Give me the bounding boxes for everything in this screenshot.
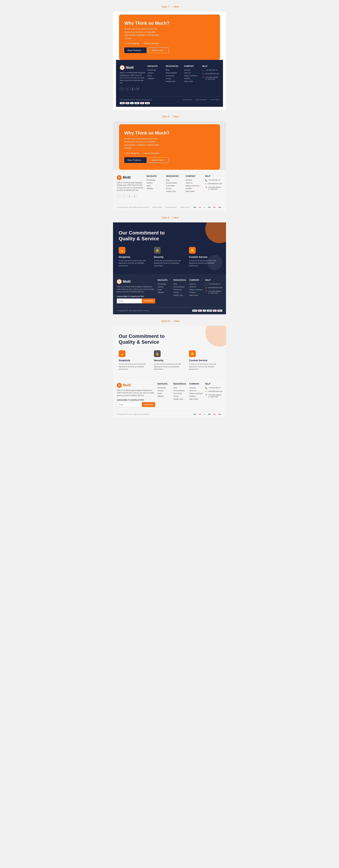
address-10: 49 Uniqe Square D, New York,: [209, 394, 222, 398]
nav-affiliates-8[interactable]: Affiliates: [147, 188, 164, 189]
res-design-10[interactable]: Design Case: [174, 398, 187, 400]
style10-section: Style 10 – New Our Commitment to Quality…: [113, 314, 226, 418]
privacy-link-8[interactable]: Privacy Policy: [152, 207, 162, 208]
social-facebook-8[interactable]: f: [117, 194, 121, 198]
res-docs-10[interactable]: Documentation: [174, 390, 187, 392]
nav-news-9[interactable]: News: [157, 289, 171, 290]
res-docs-7[interactable]: Documentation: [166, 72, 182, 74]
res-community-10[interactable]: Community: [174, 393, 187, 394]
res-design-7[interactable]: Design Case: [166, 81, 182, 82]
res-community-9[interactable]: Community: [174, 289, 187, 290]
payment-visa-10: VISA: [192, 413, 197, 415]
co-about-7[interactable]: About Us: [184, 72, 200, 74]
newsletter-input-9[interactable]: [117, 299, 142, 303]
company-title-7: COMPANY: [184, 65, 200, 67]
social-linkedin-7[interactable]: in: [135, 87, 140, 91]
co-happy-7[interactable]: Happy Customers: [184, 75, 200, 76]
res-community-8[interactable]: Community: [166, 185, 183, 187]
nav-news-10[interactable]: News: [157, 393, 171, 394]
custom-service-icon-9: ⭐: [189, 247, 196, 254]
nav-careers-10[interactable]: Careers: [157, 390, 171, 392]
security-icon-9: 🔒: [154, 247, 161, 254]
co-happy-8[interactable]: Happy Customers: [186, 185, 203, 187]
location-icon-7: 📍: [202, 76, 204, 79]
hero-title-7: Why Think so Much?: [124, 21, 170, 26]
social-linkedin-8[interactable]: in: [132, 194, 137, 198]
nav-homepage-8[interactable]: HomePage: [147, 179, 164, 181]
terms-link-7[interactable]: Terms of Service: [195, 99, 207, 100]
social-twitter-8[interactable]: t: [122, 194, 126, 198]
social-facebook-7[interactable]: f: [120, 87, 124, 91]
nav-careers-9[interactable]: Careers: [157, 286, 171, 288]
co-portfolio-7[interactable]: Portfolio: [184, 78, 200, 80]
nav-affiliates-9[interactable]: Affiliates: [157, 291, 171, 293]
nav-news-8[interactable]: News: [147, 185, 164, 187]
res-docs-9[interactable]: Documentation: [174, 286, 187, 288]
nav-news-7[interactable]: News: [148, 75, 163, 76]
nav-affiliates-10[interactable]: Affiliates: [157, 395, 171, 397]
privacy-link-7[interactable]: Privacy Policy: [183, 99, 192, 100]
co-services-7[interactable]: Services: [184, 69, 200, 71]
res-blog-9[interactable]: Blog: [174, 283, 187, 285]
co-happy-9[interactable]: Happy Customers: [189, 289, 203, 290]
co-about-9[interactable]: About Us: [189, 286, 203, 288]
newsletter-label-10: SUBSCRIBE TO NEWSLETTER: [117, 399, 155, 401]
payment-visa3-10: VISA: [217, 413, 222, 415]
co-portfolio-8[interactable]: Portfolio: [186, 188, 203, 189]
new-arrivals-btn-7[interactable]: New Arrivals →: [148, 48, 169, 53]
terms-link-8[interactable]: Terms of Service: [165, 207, 177, 208]
payment-mc-9: MC: [198, 310, 202, 312]
co-services-8[interactable]: Services: [186, 179, 203, 181]
phone-9: +49 892 358 75: [209, 283, 220, 285]
co-help-7[interactable]: Help Center: [184, 81, 200, 82]
res-blog-8[interactable]: Blog: [166, 179, 183, 181]
social-google-7[interactable]: g: [130, 87, 134, 91]
security-desc-9: At vero eos et accusamus iusto odio dign…: [154, 259, 185, 267]
security-title-10: Security: [154, 359, 185, 362]
help-title-7: HELP: [202, 65, 219, 67]
style7-badge: – New: [172, 5, 179, 8]
nav-affiliates-7[interactable]: Affiliates: [148, 78, 163, 80]
payment-visa-9: VISA: [192, 310, 197, 312]
hero-banner-8: Why Think so Much? At vero eos et accusa…: [119, 124, 220, 170]
co-portfolio-9[interactable]: Portfolio: [189, 291, 203, 293]
newsletter-btn-10[interactable]: SUBSCRIBE: [142, 402, 155, 407]
payment-visa2-8: VISA: [207, 206, 212, 208]
nav-homepage-10[interactable]: HomePage: [157, 387, 171, 389]
nav-careers-7[interactable]: Careers: [148, 72, 163, 74]
cookie-link-8[interactable]: Cookie Policy: [180, 207, 189, 208]
co-help-8[interactable]: Help Center: [186, 190, 203, 192]
nav-homepage-9[interactable]: HomePage: [157, 283, 171, 285]
co-help-9[interactable]: Help Center: [189, 294, 203, 296]
co-portfolio-10[interactable]: Portfolio: [189, 395, 203, 397]
nav-careers-8[interactable]: Careers: [147, 182, 164, 184]
res-docs-8[interactable]: Documentation: [166, 182, 183, 184]
res-pricing-8[interactable]: Pricing: [166, 188, 183, 189]
shop-products-btn-8[interactable]: Shop Products →: [124, 157, 147, 163]
co-services-10[interactable]: Services: [189, 387, 203, 389]
co-help-10[interactable]: Help Center: [189, 398, 203, 400]
co-about-10[interactable]: About Us: [189, 390, 203, 392]
payment-visa3-8: VISA: [217, 206, 222, 208]
newsletter-input-10[interactable]: [117, 402, 142, 407]
res-design-9[interactable]: Design Case: [174, 294, 187, 296]
res-blog-10[interactable]: Blog: [174, 387, 187, 389]
cookie-link-7[interactable]: Cookie Policy: [210, 99, 219, 100]
res-community-7[interactable]: Community: [166, 75, 182, 76]
social-google-8[interactable]: g: [127, 194, 131, 198]
new-arrivals-btn-8[interactable]: New Arrivals →: [148, 157, 169, 163]
res-pricing-7[interactable]: Pricing: [166, 78, 182, 80]
newsletter-btn-9[interactable]: SUBSCRIBE: [142, 299, 155, 303]
co-about-8[interactable]: About Us: [186, 182, 203, 184]
brand-icon-9: M: [117, 279, 122, 284]
nav-homepage-7[interactable]: HomePage: [148, 69, 163, 71]
res-pricing-9[interactable]: Pricing: [174, 291, 187, 293]
brand-name-10: Molti: [123, 383, 131, 387]
res-design-8[interactable]: Design Case: [166, 190, 183, 192]
res-pricing-10[interactable]: Pricing: [174, 395, 187, 397]
social-twitter-7[interactable]: t: [125, 87, 129, 91]
co-services-9[interactable]: Services: [189, 283, 203, 285]
co-happy-10[interactable]: Happy Customers: [189, 393, 203, 394]
res-blog-7[interactable]: Blog: [166, 69, 182, 71]
shop-products-btn-7[interactable]: Shop Products →: [124, 48, 147, 53]
